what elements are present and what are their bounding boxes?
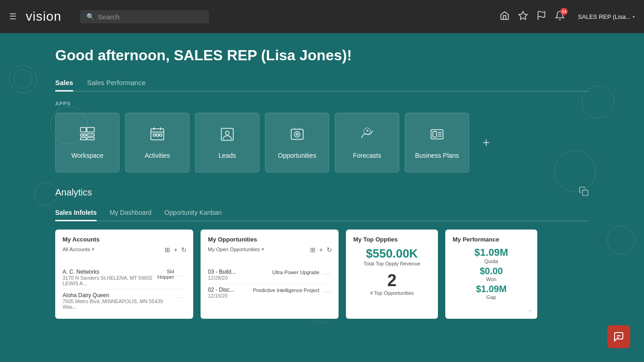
apps-grid: Workspace Activities: [55, 113, 589, 172]
accounts-grid-icon[interactable]: ⊞: [165, 246, 170, 253]
opportunities-label: Opportunities: [278, 152, 316, 159]
tab-my-dashboard[interactable]: My Dashboard: [109, 205, 151, 221]
business-plans-label: Business Plans: [415, 152, 459, 159]
notifications-button[interactable]: 14: [555, 11, 565, 23]
search-bar[interactable]: 🔍: [80, 10, 209, 23]
svg-rect-28: [291, 129, 303, 139]
top-oppties-amount: $550.00K: [353, 247, 431, 261]
app-tile-forecasts[interactable]: Forecasts: [335, 113, 399, 172]
opps-grid-icon[interactable]: ⊞: [310, 246, 316, 253]
search-icon: 🔍: [86, 13, 94, 20]
opps-row2-dots[interactable]: ...: [323, 287, 331, 294]
accounts-row2-dots[interactable]: ...: [178, 292, 186, 299]
accounts-row1-dots[interactable]: ...: [178, 270, 186, 278]
svg-point-29: [294, 132, 300, 137]
svg-rect-37: [582, 190, 588, 195]
performance-gap-amount: $1.09M: [453, 284, 530, 294]
svg-rect-15: [87, 127, 94, 132]
svg-rect-23: [153, 134, 155, 136]
opportunities-icon: [289, 126, 305, 146]
analytics-header: Analytics: [55, 186, 589, 199]
menu-icon[interactable]: ☰: [9, 11, 17, 22]
tab-opportunity-kanban[interactable]: Opportunity Kanban: [164, 205, 222, 221]
opps-dropdown-arrow[interactable]: ▾: [262, 247, 264, 252]
tab-sales-performance[interactable]: Sales Performance: [87, 75, 146, 92]
app-logo: vision: [26, 9, 62, 24]
leads-icon: [219, 126, 236, 146]
top-oppties-amount-label: Total Top Oppty Revenue: [353, 261, 431, 266]
my-top-oppties-card: My Top Oppties $550.00K Total Top Oppty …: [346, 230, 438, 319]
top-oppties-count: 2: [353, 271, 431, 290]
my-opportunities-title: My Opportunities: [208, 236, 331, 243]
my-accounts-card: My Accounts All Accounts ▾ ⊞ + ↻ A. C. N…: [55, 230, 193, 319]
top-oppties-count-label: # Top Opportunities: [353, 290, 431, 296]
tab-sales-infolets[interactable]: Sales Infolets: [55, 205, 97, 221]
performance-won-amount: $0.00: [453, 266, 530, 276]
workspace-label: Workspace: [71, 152, 104, 159]
nav-icons: 14 SALES REP (Lisa... ▾: [500, 11, 635, 23]
search-input[interactable]: [98, 13, 190, 21]
performance-gap-label: Gap: [453, 294, 530, 300]
accounts-row-1: A. C. Networks 3170 N Sanders St,HELENA,…: [63, 266, 186, 289]
svg-rect-12: [80, 127, 86, 132]
app-tile-activities[interactable]: Activities: [125, 113, 190, 172]
svg-rect-18: [87, 138, 94, 140]
svg-marker-0: [519, 11, 527, 19]
my-opportunities-card: My Opportunities My Open Opportunities ▾…: [201, 230, 339, 319]
opps-refresh-icon[interactable]: ↻: [327, 246, 332, 253]
notification-badge: 14: [560, 8, 568, 15]
svg-point-27: [225, 131, 229, 135]
my-accounts-title: My Accounts: [63, 236, 186, 243]
tab-sales[interactable]: Sales: [55, 75, 73, 92]
forecasts-label: Forecasts: [353, 152, 381, 159]
add-app-button[interactable]: +: [475, 131, 498, 154]
activities-icon: [149, 126, 166, 146]
workspace-icon: [79, 126, 96, 146]
home-button[interactable]: [500, 11, 510, 23]
greeting-text: Good afternoon, SALES REP (Lisa Jones)!: [55, 47, 589, 64]
performance-won-label: Won: [453, 276, 530, 282]
svg-rect-13: [80, 134, 83, 136]
opps-row-2: 02 - Disc... 12/15/20 Predictive Intelli…: [208, 284, 331, 301]
user-menu[interactable]: SALES REP (Lisa... ▾: [578, 13, 635, 20]
opps-toolbar: ⊞ + ↻: [310, 246, 332, 253]
svg-point-8: [607, 226, 635, 254]
chat-button[interactable]: [607, 325, 630, 348]
user-chevron-icon: ▾: [632, 14, 635, 19]
accounts-refresh-icon[interactable]: ↻: [181, 246, 187, 253]
svg-rect-24: [156, 134, 159, 136]
accounts-dropdown-arrow[interactable]: ▾: [92, 247, 94, 252]
svg-rect-25: [160, 134, 162, 136]
analytics-copy-icon[interactable]: [579, 186, 589, 199]
accounts-add-icon[interactable]: +: [174, 246, 178, 253]
app-tile-workspace[interactable]: Workspace: [55, 113, 120, 172]
top-oppties-title: My Top Oppties: [353, 236, 431, 243]
accounts-toolbar: ⊞ + ↻: [165, 246, 187, 253]
infolets-row: My Accounts All Accounts ▾ ⊞ + ↻ A. C. N…: [55, 230, 589, 319]
section-tabs: Sales Sales Performance: [55, 75, 589, 92]
app-tile-opportunities[interactable]: Opportunities: [265, 113, 329, 172]
svg-point-5: [34, 183, 58, 206]
apps-label: APPS: [55, 101, 589, 106]
svg-point-3: [14, 70, 32, 88]
flag-button[interactable]: [536, 11, 546, 23]
user-label: SALES REP (Lisa...: [578, 13, 631, 20]
opps-add-icon[interactable]: +: [319, 246, 323, 253]
svg-rect-33: [433, 132, 437, 137]
svg-rect-14: [84, 134, 86, 136]
favorites-button[interactable]: [518, 11, 528, 23]
performance-expand-icon[interactable]: →: [526, 307, 533, 314]
main-content: Good afternoon, SALES REP (Lisa Jones)! …: [0, 33, 644, 362]
opps-row1-dots[interactable]: ...: [323, 269, 331, 276]
svg-rect-17: [80, 138, 86, 140]
performance-quota-amount: $1.09M: [453, 247, 530, 259]
my-performance-card: My Performance $1.09M Quota $0.00 Won $1…: [445, 230, 537, 319]
performance-quota-label: Quota: [453, 259, 530, 264]
app-tile-business-plans[interactable]: Business Plans: [405, 113, 469, 172]
app-tile-leads[interactable]: Leads: [195, 113, 259, 172]
opps-row-1: 03 - Build... 12/28/20 Ultra Power Upgra…: [208, 266, 331, 284]
svg-point-2: [9, 65, 37, 93]
svg-point-30: [296, 133, 298, 135]
leads-label: Leads: [218, 152, 236, 159]
svg-rect-16: [87, 134, 94, 136]
